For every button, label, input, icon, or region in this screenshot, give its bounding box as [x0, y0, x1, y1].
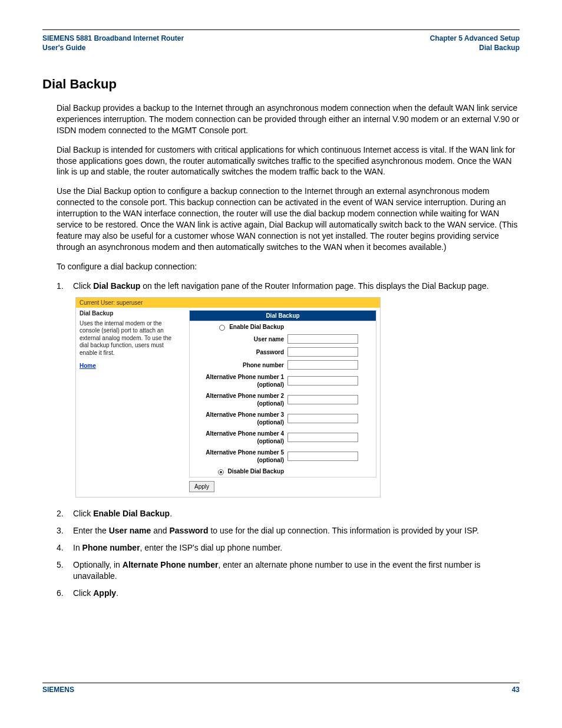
step-6-text-c: .: [116, 588, 118, 598]
password-label: Password: [193, 348, 287, 356]
step-1: 1. Click Dial Backup on the left navigat…: [57, 281, 520, 292]
header-product: SIEMENS 5881 Broadband Internet Router: [42, 34, 184, 43]
step-4-bold: Phone number: [82, 543, 140, 552]
current-user-bar: Current User: superuser: [76, 298, 380, 308]
footer-brand: SIEMENS: [42, 686, 74, 695]
side-panel-desc: Uses the internal modem or the console (…: [80, 320, 182, 357]
alt1-input[interactable]: [287, 376, 358, 386]
step-1-text-c: on the left navigation pane of the Route…: [140, 281, 488, 291]
panel-header: Dial Backup: [190, 311, 376, 321]
enable-label: Enable Dial Backup: [229, 324, 284, 330]
step-6-text-a: Click: [73, 588, 93, 598]
header-guide: User's Guide: [42, 43, 184, 52]
alt1-label: Alternative Phone number 1 (optional): [193, 373, 287, 388]
step-5-bold: Alternate Phone number: [123, 560, 219, 569]
paragraph-2: Dial Backup is intended for customers wi…: [57, 144, 520, 178]
side-panel-title: Dial Backup: [80, 310, 182, 318]
paragraph-1: Dial Backup provides a backup to the Int…: [57, 103, 520, 136]
step-2-text-c: .: [170, 509, 172, 518]
apply-button[interactable]: Apply: [189, 481, 214, 492]
step-4-text-a: In: [73, 543, 82, 552]
step-3-text-c: and: [151, 526, 169, 535]
step-5-text-a: Optionally, in: [73, 560, 123, 569]
step-2-text-a: Click: [73, 509, 93, 518]
alt2-label: Alternative Phone number 2 (optional): [193, 392, 287, 407]
step-1-text-a: Click: [73, 281, 93, 291]
step-1-bold: Dial Backup: [93, 281, 140, 291]
phone-input[interactable]: [287, 360, 358, 370]
step-6-bold: Apply: [93, 588, 116, 598]
step-3-bold-2: Password: [169, 526, 208, 535]
alt5-label: Alternative Phone number 5 (optional): [193, 449, 287, 464]
home-link[interactable]: Home: [80, 363, 182, 370]
alt5-input[interactable]: [287, 452, 358, 461]
alt4-input[interactable]: [287, 433, 358, 442]
step-3-text-e: to use for the dial up connection. This …: [209, 526, 479, 535]
footer-page-number: 43: [512, 686, 520, 695]
paragraph-4: To configure a dial backup connection:: [57, 261, 520, 272]
step-3-text-a: Enter the: [73, 526, 109, 535]
alt2-input[interactable]: [287, 395, 358, 404]
paragraph-3: Use the Dial Backup option to configure …: [57, 186, 520, 252]
alt3-label: Alternative Phone number 3 (optional): [193, 411, 287, 426]
disable-radio[interactable]: [218, 469, 224, 475]
page-title: Dial Backup: [42, 76, 520, 93]
alt3-input[interactable]: [287, 414, 358, 423]
header-topic: Dial Backup: [430, 43, 520, 52]
password-input[interactable]: [287, 347, 358, 357]
username-input[interactable]: [287, 334, 358, 344]
alt4-label: Alternative Phone number 4 (optional): [193, 430, 287, 445]
step-2: 2. Click Enable Dial Backup.: [57, 508, 520, 519]
page-footer: SIEMENS 43: [42, 683, 520, 695]
dial-backup-screenshot: Current User: superuser Dial Backup Uses…: [75, 297, 381, 498]
step-5: 5. Optionally, in Alternate Phone number…: [57, 559, 520, 582]
phone-label: Phone number: [193, 361, 287, 369]
step-4: 4. In Phone number, enter the ISP's dial…: [57, 542, 520, 554]
username-label: User name: [193, 335, 287, 343]
step-3-bold-1: User name: [109, 526, 151, 535]
header-chapter: Chapter 5 Advanced Setup: [430, 34, 520, 43]
step-6: 6. Click Apply.: [57, 588, 520, 599]
step-2-bold: Enable Dial Backup: [93, 509, 170, 518]
disable-label: Disable Dial Backup: [227, 468, 284, 475]
step-4-text-c: , enter the ISP's dial up phone number.: [140, 543, 283, 552]
page-header: SIEMENS 5881 Broadband Internet Router U…: [42, 34, 520, 52]
step-3: 3. Enter the User name and Password to u…: [57, 525, 520, 536]
enable-radio[interactable]: [219, 325, 225, 331]
